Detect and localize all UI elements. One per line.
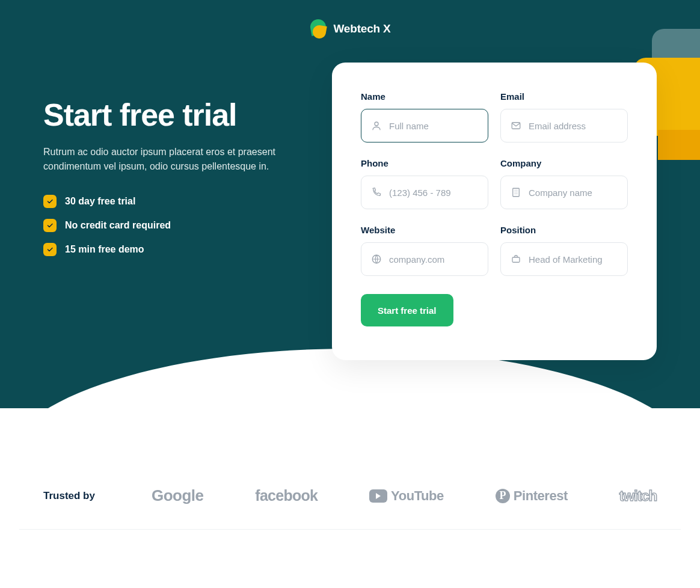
check-icon [43,243,57,256]
logo-pinterest: P Pinterest [496,488,568,504]
field-position: Position [500,225,628,276]
field-phone: Phone [361,158,488,209]
logo-facebook: facebook [255,487,318,504]
label-company: Company [500,158,628,168]
brand[interactable]: Webtech X [43,12,657,63]
input-wrap-email[interactable] [500,109,628,142]
bullet-item: No credit card required [43,219,296,232]
bullet-text: 15 min free demo [65,244,144,255]
company-input[interactable] [529,188,618,198]
logo-youtube-text: YouTube [391,488,444,504]
bullet-item: 15 min free demo [43,243,296,256]
hero-section: Webtech X Start free trial Rutrum ac odi… [0,0,700,408]
page-title: Start free trial [43,99,296,132]
input-wrap-website[interactable] [361,242,488,276]
website-input[interactable] [389,254,478,265]
label-phone: Phone [361,158,488,168]
phone-icon [371,187,382,198]
hero-copy: Start free trial Rutrum ac odio auctor i… [43,63,296,267]
trusted-label: Trusted by [43,490,127,502]
check-icon [43,219,57,232]
brand-name: Webtech X [333,22,390,35]
logo-youtube: YouTube [369,488,444,504]
logo-google: Google [152,486,203,505]
pinterest-circle-icon: P [496,489,510,503]
svg-point-0 [375,122,378,126]
logo-pinterest-text: Pinterest [514,488,568,504]
email-input[interactable] [529,121,618,131]
bullet-text: 30 day free trial [65,196,135,207]
label-position: Position [500,225,628,235]
phone-input[interactable] [389,188,478,198]
submit-button[interactable]: Start free trial [361,294,453,326]
input-wrap-company[interactable] [500,176,628,209]
signup-form-card: Name Email Phone [332,63,657,360]
svg-rect-2 [513,188,520,197]
input-wrap-name[interactable] [361,109,488,142]
field-website: Website [361,225,488,276]
label-email: Email [500,91,628,102]
input-wrap-position[interactable] [500,242,628,276]
label-website: Website [361,225,488,235]
field-email: Email [500,91,628,142]
position-input[interactable] [529,254,618,265]
svg-rect-4 [512,257,520,262]
brand-logo-icon [309,19,327,38]
bullet-text: No credit card required [65,220,171,231]
page-lead: Rutrum ac odio auctor ipsum placerat ero… [43,145,284,175]
mail-icon [511,120,521,131]
label-name: Name [361,91,488,102]
trusted-logos: Google facebook YouTube P Pinterest twit… [152,486,657,505]
feature-bullets: 30 day free trial No credit card require… [43,195,296,256]
building-icon [511,187,521,198]
check-icon [43,195,57,208]
logo-twitch: twitch [619,488,657,504]
briefcase-icon [511,254,521,265]
youtube-play-icon [369,489,387,503]
person-icon [371,120,382,131]
input-wrap-phone[interactable] [361,176,488,209]
bullet-item: 30 day free trial [43,195,296,208]
field-company: Company [500,158,628,209]
name-input[interactable] [389,121,478,131]
globe-icon [371,254,382,265]
field-name: Name [361,91,488,142]
